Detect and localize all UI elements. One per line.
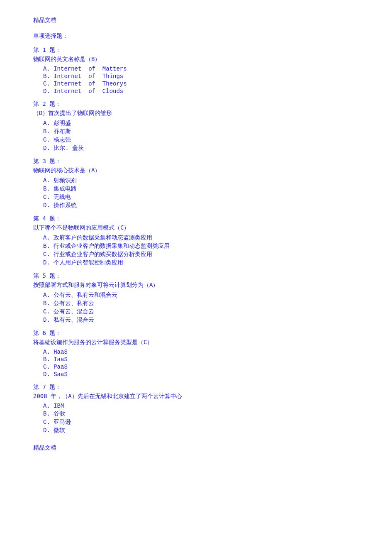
- question-number-7: 第 7 题：: [33, 384, 359, 391]
- question-5-option-4: D. 私有云、混合云: [43, 316, 359, 324]
- question-5-option-1: A. 公有云、私有云和混合云: [43, 291, 359, 299]
- question-4-option-1: A. 政府客户的数据采集和动态监测类应用: [43, 234, 359, 242]
- question-1-option-3: C. Internet of Theorys: [43, 81, 359, 87]
- question-5-option-2: B. 公有云、私有云: [43, 300, 359, 307]
- question-number-4: 第 4 题：: [33, 215, 359, 222]
- question-7-option-2: B. 谷歌: [43, 410, 359, 418]
- question-number-2: 第 2 题：: [33, 100, 359, 108]
- header-label: 精品文档: [33, 17, 359, 24]
- question-6-option-3: C. PaaS: [43, 364, 359, 370]
- section-title: 单项选择题：: [33, 32, 359, 40]
- question-6-option-4: D. SaaS: [43, 371, 359, 378]
- questions-container: 第 1 题：物联网的英文名称是（B）A. Internet of Matters…: [33, 46, 359, 434]
- question-number-1: 第 1 题：: [33, 46, 359, 54]
- question-1-option-1: A. Internet of Matters: [43, 66, 359, 72]
- question-number-3: 第 3 题：: [33, 158, 359, 165]
- question-2-option-3: C. 杨志强: [43, 136, 359, 144]
- question-7-option-1: A. IBM: [43, 403, 359, 409]
- question-2-option-4: D. 比尔. 盖茨: [43, 144, 359, 152]
- question-text-6: 将基础设施作为服务的云计算服务类型是（C）: [33, 339, 359, 346]
- question-3-option-3: C. 无线电: [43, 193, 359, 201]
- question-block-7: 第 7 题：2008 年，（A）先后在无锡和北京建立了两个云计算中心A. IBM…: [33, 384, 359, 434]
- question-6-option-1: A. HaaS: [43, 349, 359, 355]
- question-6-option-2: B. IaaS: [43, 356, 359, 363]
- question-1-option-4: D. Internet of Clouds: [43, 88, 359, 95]
- question-text-3: 物联网的核心技术是（A）: [33, 167, 359, 174]
- question-block-1: 第 1 题：物联网的英文名称是（B）A. Internet of Matters…: [33, 46, 359, 95]
- question-3-option-1: A. 射频识别: [43, 177, 359, 184]
- question-block-4: 第 4 题：以下哪个不是物联网的应用模式（C）A. 政府客户的数据采集和动态监测…: [33, 215, 359, 266]
- question-block-3: 第 3 题：物联网的核心技术是（A）A. 射频识别B. 集成电路C. 无线电D.…: [33, 158, 359, 209]
- question-1-option-2: B. Internet of Things: [43, 73, 359, 80]
- question-2-option-1: A. 彭明盛: [43, 120, 359, 127]
- question-text-1: 物联网的英文名称是（B）: [33, 56, 359, 63]
- footer-label: 精品文档: [33, 444, 359, 452]
- question-text-5: 按照部署方式和服务对象可将云计算划分为（A）: [33, 281, 359, 289]
- question-4-option-3: C. 行业或企业客户的购买数据分析类应用: [43, 251, 359, 258]
- question-text-7: 2008 年，（A）先后在无锡和北京建立了两个云计算中心: [33, 393, 359, 400]
- question-4-option-2: B. 行业或企业客户的数据采集和动态监测类应用: [43, 242, 359, 250]
- question-number-5: 第 5 题：: [33, 272, 359, 280]
- question-7-option-3: C. 亚马逊: [43, 418, 359, 426]
- question-5-option-3: C. 公有云、混合云: [43, 308, 359, 315]
- question-3-option-4: D. 操作系统: [43, 202, 359, 209]
- question-block-5: 第 5 题：按照部署方式和服务对象可将云计算划分为（A）A. 公有云、私有云和混…: [33, 272, 359, 324]
- question-number-6: 第 6 题：: [33, 330, 359, 337]
- question-block-6: 第 6 题：将基础设施作为服务的云计算服务类型是（C）A. HaaSB. Iaa…: [33, 330, 359, 378]
- question-text-4: 以下哪个不是物联网的应用模式（C）: [33, 224, 359, 232]
- question-2-option-2: B. 乔布斯: [43, 128, 359, 135]
- question-block-2: 第 2 题：（D）首次提出了物联网的雏形A. 彭明盛B. 乔布斯C. 杨志强D.…: [33, 100, 359, 152]
- question-4-option-4: D. 个人用户的智能控制类应用: [43, 259, 359, 266]
- question-3-option-2: B. 集成电路: [43, 185, 359, 193]
- question-7-option-4: D. 微软: [43, 427, 359, 434]
- question-text-2: （D）首次提出了物联网的雏形: [33, 110, 359, 117]
